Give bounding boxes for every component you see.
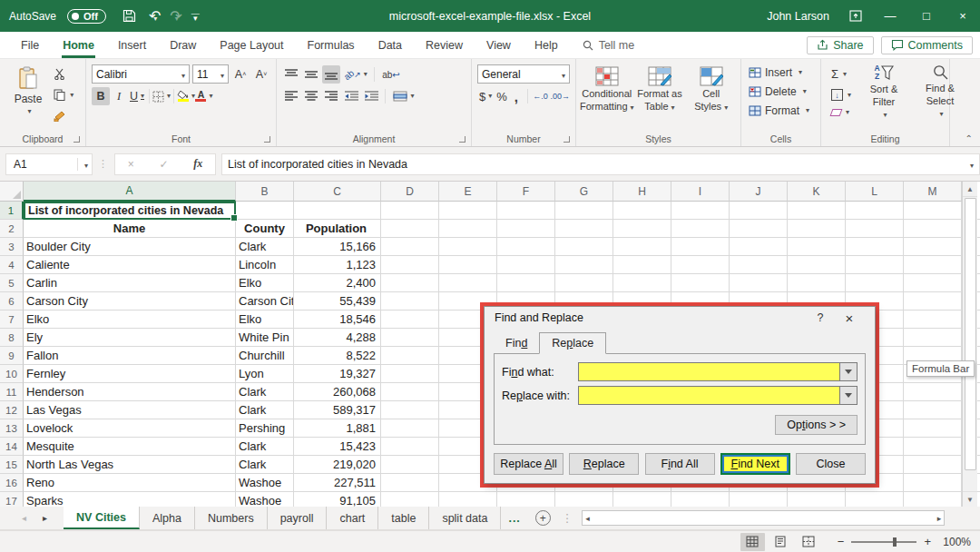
cell[interactable]: 260,068 — [294, 383, 381, 401]
alignment-dialog-launcher-icon[interactable] — [459, 136, 466, 143]
merge-center-button[interactable] — [390, 87, 417, 105]
shrink-font-button[interactable]: A˅ — [252, 65, 270, 84]
row-header[interactable]: 4 — [0, 256, 24, 274]
formula-input[interactable]: List of incorporated cities in Nevada — [221, 153, 980, 175]
percent-style-button[interactable]: % — [495, 87, 508, 105]
bold-button[interactable]: B — [92, 87, 110, 105]
cell[interactable]: 227,511 — [294, 474, 381, 492]
enter-icon[interactable]: ✓ — [159, 158, 168, 171]
find-select-button[interactable]: Find & Select — [914, 63, 966, 131]
cell[interactable]: 91,105 — [294, 492, 381, 507]
cell[interactable]: Caliente — [24, 256, 236, 274]
cell[interactable]: 589,317 — [294, 401, 381, 419]
delete-cells-button[interactable]: Delete — [747, 84, 811, 99]
cell[interactable]: 55,439 — [294, 292, 381, 310]
tab-formulas[interactable]: Formulas — [296, 32, 367, 58]
cell[interactable]: Clark — [236, 456, 294, 474]
cell[interactable]: Elko — [236, 274, 294, 292]
cell[interactable]: Elko — [24, 310, 236, 329]
clipboard-dialog-launcher-icon[interactable] — [74, 136, 80, 143]
sheet-tab-numbers[interactable]: Numbers — [195, 507, 268, 529]
undo-button[interactable]: ↶▾ — [149, 9, 157, 24]
cell[interactable]: Fernley — [24, 365, 236, 383]
cell[interactable]: Reno — [24, 474, 236, 492]
cell-county-header[interactable]: County — [236, 220, 294, 238]
sheet-nav-next-icon[interactable]: ▸ — [43, 513, 47, 523]
copy-button[interactable] — [51, 87, 76, 103]
cell[interactable] — [294, 202, 381, 220]
row-header[interactable]: 11 — [0, 383, 24, 401]
cell[interactable]: Sparks — [24, 492, 236, 507]
cell[interactable]: North Las Vegas — [24, 456, 236, 474]
tab-file[interactable]: File — [9, 32, 51, 58]
tell-me-search[interactable]: Tell me — [583, 39, 635, 52]
cell[interactable]: 15,166 — [294, 238, 381, 256]
cell[interactable]: Clark — [236, 401, 294, 419]
sheet-tab-payroll[interactable]: payroll — [268, 507, 328, 529]
cell[interactable]: Lyon — [236, 365, 294, 383]
cell[interactable]: Carson Cit — [236, 292, 294, 310]
cell[interactable]: Carson City — [24, 292, 236, 310]
tab-data[interactable]: Data — [367, 32, 414, 58]
row-header-1[interactable]: 1 — [0, 202, 24, 220]
share-button[interactable]: Share — [807, 36, 873, 54]
column-header-e[interactable]: E — [439, 182, 497, 202]
zoom-out-button[interactable]: − — [838, 535, 845, 548]
increase-indent-button[interactable] — [362, 87, 380, 105]
cell[interactable]: Elko — [236, 310, 294, 329]
insert-function-icon[interactable]: fx — [193, 157, 202, 171]
row-header[interactable]: 3 — [0, 238, 24, 256]
cut-button[interactable] — [51, 66, 76, 82]
dialog-close-icon[interactable]: × — [834, 310, 865, 326]
top-align-button[interactable] — [282, 65, 300, 84]
row-header[interactable]: 14 — [0, 438, 24, 456]
conditional-formatting-button[interactable]: Conditional Formatting — [580, 63, 634, 131]
save-icon[interactable] — [122, 9, 136, 23]
column-header-g[interactable]: G — [555, 182, 613, 202]
redo-button[interactable]: ↷▾ — [170, 9, 178, 24]
cell[interactable]: Lincoln — [236, 256, 294, 274]
dialog-tab-replace[interactable]: Replace — [539, 332, 606, 354]
scroll-down-icon[interactable]: ▼ — [963, 491, 977, 507]
cell[interactable]: White Pin — [236, 329, 294, 347]
row-header[interactable]: 15 — [0, 456, 24, 474]
font-color-button[interactable]: A — [195, 87, 213, 105]
insert-cells-button[interactable]: Insert — [747, 65, 811, 80]
column-header-k[interactable]: K — [788, 182, 846, 202]
row-header[interactable]: 13 — [0, 419, 24, 438]
replace-all-button[interactable]: Replace All — [494, 453, 564, 475]
tab-draw[interactable]: Draw — [158, 32, 208, 58]
new-sheet-button[interactable]: + — [535, 510, 551, 526]
normal-view-button[interactable] — [740, 533, 765, 551]
column-header-i[interactable]: I — [671, 182, 730, 202]
number-format-combobox[interactable]: General — [477, 64, 570, 84]
cancel-icon[interactable]: × — [128, 158, 134, 171]
zoom-slider[interactable] — [851, 541, 916, 543]
underline-button[interactable]: U — [128, 87, 146, 105]
tab-help[interactable]: Help — [523, 32, 570, 58]
italic-button[interactable]: I — [110, 87, 128, 105]
select-all-corner[interactable] — [0, 182, 24, 202]
close-dialog-button[interactable]: Close — [796, 453, 866, 475]
name-box[interactable]: A1 — [5, 153, 93, 175]
sort-filter-button[interactable]: AZ Sort & Filter — [858, 63, 910, 131]
fill-button[interactable]: ↓ — [828, 87, 854, 103]
tab-page-layout[interactable]: Page Layout — [208, 32, 295, 58]
cell[interactable]: Lovelock — [24, 419, 236, 438]
format-as-table-button[interactable]: Format as Table — [634, 63, 686, 131]
column-header-h[interactable]: H — [613, 182, 671, 202]
font-size-combobox[interactable]: 11 — [192, 64, 229, 84]
cell[interactable]: Clark — [236, 238, 294, 256]
cell[interactable]: 2,400 — [294, 274, 381, 292]
maximize-button[interactable]: □ — [918, 9, 935, 23]
sheet-tab-alpha[interactable]: Alpha — [140, 507, 195, 529]
row-header[interactable]: 5 — [0, 274, 24, 292]
cell[interactable]: 1,123 — [294, 256, 381, 274]
cell[interactable]: Washoe — [236, 492, 294, 507]
cell[interactable]: Churchill — [236, 347, 294, 365]
align-right-button[interactable] — [322, 87, 340, 105]
cell[interactable]: Boulder City — [24, 238, 236, 256]
cell[interactable]: Washoe — [236, 474, 294, 492]
tab-insert[interactable]: Insert — [106, 32, 158, 58]
increase-decimal-button[interactable]: ←.0 — [532, 87, 548, 105]
